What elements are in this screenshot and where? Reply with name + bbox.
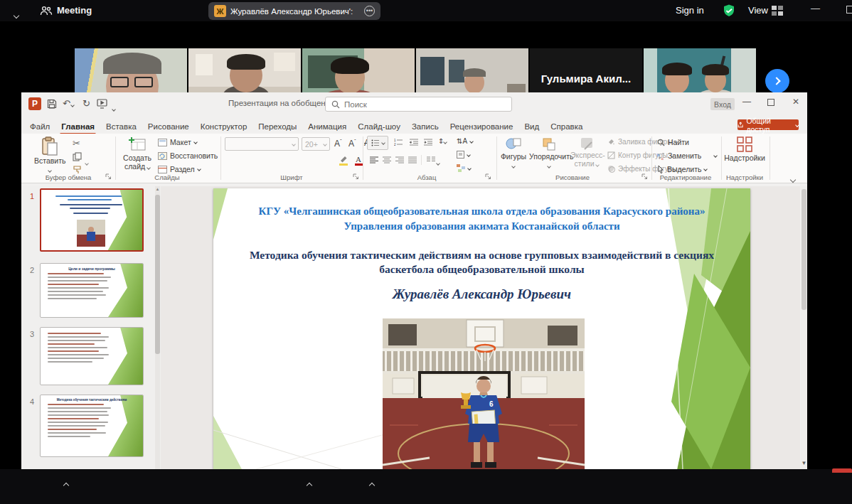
slide-thumbnail-3[interactable]: [40, 327, 144, 385]
current-slide[interactable]: КГУ «Челгашинская общеобразовательная шк…: [213, 188, 750, 469]
collapse-chevron-icon[interactable]: [14, 8, 18, 21]
tab-view[interactable]: Вид: [518, 121, 545, 135]
smartart-button[interactable]: [457, 164, 471, 172]
tab-draw[interactable]: Рисование: [142, 121, 195, 135]
copy-icon[interactable]: [73, 152, 82, 161]
tab-home[interactable]: Главная: [55, 121, 100, 135]
slide-author-text[interactable]: Журавлёв Александр Юрьевич: [242, 286, 722, 302]
meeting-tab[interactable]: Ж Журавлёв Александр Юрьевич': •••: [208, 2, 380, 20]
svg-text:6: 6: [489, 400, 494, 408]
increase-indent-icon[interactable]: [424, 139, 432, 146]
align-center-icon[interactable]: [383, 156, 391, 163]
paragraph-group-label: Абзац: [398, 173, 455, 181]
tab-insert[interactable]: Вставка: [100, 121, 142, 135]
ppt-search-box[interactable]: Поиск: [325, 97, 512, 112]
chat-options-chevron[interactable]: [370, 478, 374, 490]
panel-scroll-thumb[interactable]: [155, 195, 160, 354]
slide-header-text[interactable]: КГУ «Челгашинская общеобразовательная шк…: [235, 204, 729, 234]
arrange-button[interactable]: Упорядочить: [529, 136, 569, 169]
participants-options-chevron[interactable]: [307, 478, 311, 490]
reset-button[interactable]: Восстановить: [158, 151, 218, 160]
panel-scrollbar[interactable]: ▲: [155, 186, 160, 469]
save-icon[interactable]: [47, 99, 57, 109]
minimize-window-icon[interactable]: —: [811, 3, 820, 14]
columns-icon[interactable]: [427, 156, 435, 163]
clipboard-dialog-launcher[interactable]: [105, 173, 112, 180]
ppt-minimize-icon[interactable]: —: [742, 97, 751, 107]
maximize-window-icon[interactable]: [846, 6, 852, 14]
search-icon: [331, 100, 340, 109]
tab-help[interactable]: Справка: [545, 121, 588, 135]
ppt-close-icon[interactable]: ✕: [792, 97, 799, 107]
find-button[interactable]: Найти: [657, 138, 689, 146]
leave-button-partial[interactable]: [832, 468, 852, 473]
slide-thumbnail-1[interactable]: [40, 188, 144, 252]
slide-thumbnail-4[interactable]: Методика обучения тактическим действиям: [40, 395, 144, 457]
tab-file[interactable]: Файл: [24, 121, 55, 135]
scroll-down-arrow[interactable]: ▼: [801, 460, 807, 466]
grow-font-button[interactable]: Aˆ: [334, 138, 342, 149]
cut-icon[interactable]: ✂: [73, 138, 80, 149]
tab-design[interactable]: Конструктор: [195, 121, 253, 135]
ppt-share-button[interactable]: Общий доступ: [737, 119, 799, 130]
bullets-button[interactable]: [367, 136, 388, 150]
shrink-font-button[interactable]: Aˇ: [348, 138, 356, 149]
section-button[interactable]: Раздел: [158, 165, 201, 173]
window-scroll-thumb[interactable]: [802, 189, 806, 310]
tab-review[interactable]: Рецензирование: [444, 121, 519, 135]
drawing-dialog-launcher[interactable]: [641, 173, 648, 180]
highlight-color-button[interactable]: [339, 155, 348, 166]
font-dialog-launcher[interactable]: [353, 173, 359, 180]
shapes-button[interactable]: Фигуры: [499, 136, 528, 169]
text-direction-button[interactable]: ⇅A: [457, 137, 473, 145]
align-left-icon[interactable]: [370, 156, 378, 163]
slide-thumbnail-2[interactable]: Цели и задачи программы: [40, 263, 144, 318]
slide-title-text[interactable]: Методика обучения тактическим действиям …: [242, 248, 722, 277]
numbering-icon[interactable]: 12: [394, 139, 403, 146]
copy-dropdown[interactable]: [85, 155, 88, 168]
next-participants-button[interactable]: [765, 69, 789, 93]
video-options-chevron[interactable]: [64, 478, 68, 490]
text-line-placeholder: [48, 291, 103, 292]
ppt-restore-icon[interactable]: [767, 99, 774, 106]
select-cursor-icon: [657, 166, 664, 173]
view-button[interactable]: View: [748, 5, 768, 16]
paste-button[interactable]: Вставить: [34, 136, 65, 173]
customize-qat-icon[interactable]: [112, 101, 115, 114]
justify-icon[interactable]: [408, 156, 417, 163]
collapse-ribbon-icon[interactable]: [791, 172, 795, 185]
font-size-combo[interactable]: 20+: [302, 137, 330, 151]
line-spacing-button[interactable]: ⇕: [438, 137, 447, 145]
tab-slideshow[interactable]: Слайд-шоу: [352, 121, 406, 135]
align-text-button[interactable]: [457, 151, 470, 159]
undo-icon[interactable]: ↶: [63, 98, 74, 109]
addins-button[interactable]: Надстройки: [724, 135, 765, 162]
text-line-placeholder: [48, 343, 95, 345]
sign-in-button[interactable]: Sign in: [676, 5, 704, 16]
layout-button[interactable]: Макет: [158, 138, 197, 146]
new-slide-button[interactable]: Создать слайд: [121, 136, 154, 171]
quick-styles-button[interactable]: Экспресс- стили: [570, 136, 603, 168]
tab-transitions[interactable]: Переходы: [252, 121, 302, 135]
select-button[interactable]: Выделить: [657, 165, 707, 173]
align-right-icon[interactable]: [395, 156, 404, 163]
scroll-up-arrow[interactable]: ▲: [155, 187, 160, 191]
tab-animations[interactable]: Анимация: [302, 121, 352, 135]
window-scrollbar[interactable]: ▼: [801, 186, 807, 469]
text-line-placeholder: [48, 411, 107, 412]
paragraph-dialog-launcher[interactable]: [485, 173, 491, 180]
view-layout-icon[interactable]: [772, 6, 783, 16]
start-slideshow-icon[interactable]: [97, 99, 107, 109]
font-name-combo[interactable]: [225, 137, 299, 151]
tab-more-icon[interactable]: •••: [364, 6, 375, 16]
addins-label: Надстройки: [724, 154, 765, 162]
redo-icon[interactable]: ↻: [82, 98, 90, 109]
ppt-sign-in-button[interactable]: Вход: [710, 98, 735, 110]
replace-button[interactable]: bc Заменить: [657, 151, 717, 160]
find-icon: [657, 139, 665, 146]
tab-record[interactable]: Запись: [406, 121, 444, 135]
security-shield-icon[interactable]: [722, 4, 736, 18]
text-line-placeholder: [48, 354, 109, 355]
slide-photo-basketball-gym[interactable]: 6: [383, 318, 585, 469]
decrease-indent-icon[interactable]: [410, 139, 418, 146]
